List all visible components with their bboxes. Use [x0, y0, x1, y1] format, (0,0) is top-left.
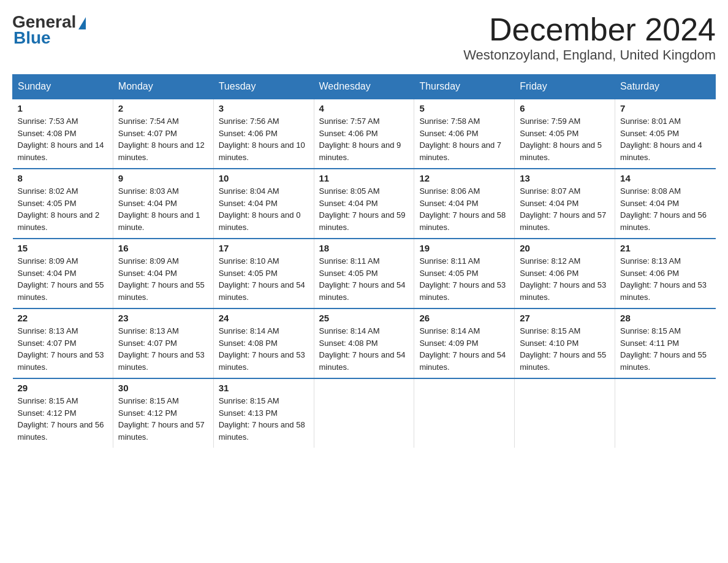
calendar-cell: 10 Sunrise: 8:04 AM Sunset: 4:04 PM Dayl… [213, 169, 314, 239]
col-monday: Monday [113, 75, 213, 99]
col-thursday: Thursday [414, 75, 515, 99]
day-number: 11 [319, 173, 409, 183]
calendar-cell: 12 Sunrise: 8:06 AM Sunset: 4:04 PM Dayl… [414, 169, 515, 239]
calendar-cell: 15 Sunrise: 8:09 AM Sunset: 4:04 PM Dayl… [13, 239, 113, 308]
day-number: 16 [118, 243, 208, 253]
day-number: 24 [219, 313, 309, 323]
day-number: 23 [118, 313, 208, 323]
calendar-week-row-3: 15 Sunrise: 8:09 AM Sunset: 4:04 PM Dayl… [13, 239, 716, 308]
day-info: Sunrise: 8:09 AM Sunset: 4:04 PM Dayligh… [18, 255, 108, 303]
page-header: General Blue December 2024 Westonzoyland… [12, 12, 716, 63]
calendar-cell: 14 Sunrise: 8:08 AM Sunset: 4:04 PM Dayl… [615, 169, 716, 239]
col-saturday: Saturday [615, 75, 716, 99]
calendar-week-row-4: 22 Sunrise: 8:13 AM Sunset: 4:07 PM Dayl… [13, 308, 716, 378]
day-number: 19 [419, 243, 509, 253]
day-info: Sunrise: 8:09 AM Sunset: 4:04 PM Dayligh… [118, 255, 208, 303]
day-number: 3 [219, 103, 309, 113]
calendar-cell: 9 Sunrise: 8:03 AM Sunset: 4:04 PM Dayli… [113, 169, 213, 239]
day-info: Sunrise: 8:15 AM Sunset: 4:10 PM Dayligh… [520, 325, 610, 373]
day-info: Sunrise: 8:04 AM Sunset: 4:04 PM Dayligh… [219, 185, 309, 233]
day-number: 31 [219, 383, 309, 393]
day-number: 6 [520, 103, 610, 113]
calendar-cell: 16 Sunrise: 8:09 AM Sunset: 4:04 PM Dayl… [113, 239, 213, 308]
calendar-cell: 30 Sunrise: 8:15 AM Sunset: 4:12 PM Dayl… [113, 378, 213, 448]
day-info: Sunrise: 7:58 AM Sunset: 4:06 PM Dayligh… [419, 115, 509, 163]
calendar-cell: 22 Sunrise: 8:13 AM Sunset: 4:07 PM Dayl… [13, 308, 113, 378]
calendar-cell: 7 Sunrise: 8:01 AM Sunset: 4:05 PM Dayli… [615, 99, 716, 169]
day-info: Sunrise: 7:57 AM Sunset: 4:06 PM Dayligh… [319, 115, 409, 163]
day-number: 29 [18, 383, 108, 393]
day-number: 17 [219, 243, 309, 253]
day-info: Sunrise: 8:11 AM Sunset: 4:05 PM Dayligh… [319, 255, 409, 303]
day-info: Sunrise: 8:14 AM Sunset: 4:08 PM Dayligh… [319, 325, 409, 373]
day-number: 18 [319, 243, 409, 253]
day-info: Sunrise: 8:15 AM Sunset: 4:12 PM Dayligh… [18, 395, 108, 443]
day-info: Sunrise: 8:13 AM Sunset: 4:07 PM Dayligh… [18, 325, 108, 373]
day-info: Sunrise: 8:14 AM Sunset: 4:08 PM Dayligh… [219, 325, 309, 373]
calendar-cell: 3 Sunrise: 7:56 AM Sunset: 4:06 PM Dayli… [213, 99, 314, 169]
day-info: Sunrise: 7:56 AM Sunset: 4:06 PM Dayligh… [219, 115, 309, 163]
day-info: Sunrise: 8:08 AM Sunset: 4:04 PM Dayligh… [620, 185, 710, 233]
col-wednesday: Wednesday [314, 75, 414, 99]
logo-blue-text: Blue [13, 28, 51, 48]
calendar-header-row: Sunday Monday Tuesday Wednesday Thursday… [13, 75, 716, 99]
day-info: Sunrise: 8:03 AM Sunset: 4:04 PM Dayligh… [118, 185, 208, 233]
calendar-cell: 11 Sunrise: 8:05 AM Sunset: 4:04 PM Dayl… [314, 169, 414, 239]
calendar-cell: 31 Sunrise: 8:15 AM Sunset: 4:13 PM Dayl… [213, 378, 314, 448]
calendar-cell [414, 378, 515, 448]
calendar-cell: 8 Sunrise: 8:02 AM Sunset: 4:05 PM Dayli… [13, 169, 113, 239]
day-number: 1 [18, 103, 108, 113]
col-tuesday: Tuesday [213, 75, 314, 99]
calendar-cell: 13 Sunrise: 8:07 AM Sunset: 4:04 PM Dayl… [515, 169, 615, 239]
calendar-cell [615, 378, 716, 448]
calendar-cell: 29 Sunrise: 8:15 AM Sunset: 4:12 PM Dayl… [13, 378, 113, 448]
calendar-cell: 17 Sunrise: 8:10 AM Sunset: 4:05 PM Dayl… [213, 239, 314, 308]
day-number: 22 [18, 313, 108, 323]
day-info: Sunrise: 8:15 AM Sunset: 4:12 PM Dayligh… [118, 395, 208, 443]
day-info: Sunrise: 8:10 AM Sunset: 4:05 PM Dayligh… [219, 255, 309, 303]
day-number: 28 [620, 313, 710, 323]
day-number: 12 [419, 173, 509, 183]
day-number: 14 [620, 173, 710, 183]
day-number: 8 [18, 173, 108, 183]
day-number: 9 [118, 173, 208, 183]
day-info: Sunrise: 8:01 AM Sunset: 4:05 PM Dayligh… [620, 115, 710, 163]
calendar-cell: 1 Sunrise: 7:53 AM Sunset: 4:08 PM Dayli… [13, 99, 113, 169]
calendar-cell: 26 Sunrise: 8:14 AM Sunset: 4:09 PM Dayl… [414, 308, 515, 378]
calendar-cell: 5 Sunrise: 7:58 AM Sunset: 4:06 PM Dayli… [414, 99, 515, 169]
day-number: 25 [319, 313, 409, 323]
logo-triangle-icon [78, 17, 86, 29]
day-number: 13 [520, 173, 610, 183]
day-number: 2 [118, 103, 208, 113]
calendar-week-row-1: 1 Sunrise: 7:53 AM Sunset: 4:08 PM Dayli… [13, 99, 716, 169]
day-number: 30 [118, 383, 208, 393]
day-info: Sunrise: 8:06 AM Sunset: 4:04 PM Dayligh… [419, 185, 509, 233]
day-info: Sunrise: 8:12 AM Sunset: 4:06 PM Dayligh… [520, 255, 610, 303]
day-info: Sunrise: 8:15 AM Sunset: 4:13 PM Dayligh… [219, 395, 309, 443]
day-number: 26 [419, 313, 509, 323]
calendar-cell: 23 Sunrise: 8:13 AM Sunset: 4:07 PM Dayl… [113, 308, 213, 378]
calendar-cell: 18 Sunrise: 8:11 AM Sunset: 4:05 PM Dayl… [314, 239, 414, 308]
day-number: 27 [520, 313, 610, 323]
calendar-cell: 6 Sunrise: 7:59 AM Sunset: 4:05 PM Dayli… [515, 99, 615, 169]
calendar-table: Sunday Monday Tuesday Wednesday Thursday… [12, 74, 716, 448]
calendar-cell: 2 Sunrise: 7:54 AM Sunset: 4:07 PM Dayli… [113, 99, 213, 169]
calendar-week-row-2: 8 Sunrise: 8:02 AM Sunset: 4:05 PM Dayli… [13, 169, 716, 239]
calendar-cell: 25 Sunrise: 8:14 AM Sunset: 4:08 PM Dayl… [314, 308, 414, 378]
day-info: Sunrise: 8:07 AM Sunset: 4:04 PM Dayligh… [520, 185, 610, 233]
day-number: 5 [419, 103, 509, 113]
col-sunday: Sunday [13, 75, 113, 99]
calendar-cell: 27 Sunrise: 8:15 AM Sunset: 4:10 PM Dayl… [515, 308, 615, 378]
day-info: Sunrise: 8:15 AM Sunset: 4:11 PM Dayligh… [620, 325, 710, 373]
day-number: 21 [620, 243, 710, 253]
day-info: Sunrise: 7:59 AM Sunset: 4:05 PM Dayligh… [520, 115, 610, 163]
day-number: 7 [620, 103, 710, 113]
day-info: Sunrise: 8:14 AM Sunset: 4:09 PM Dayligh… [419, 325, 509, 373]
day-info: Sunrise: 8:02 AM Sunset: 4:05 PM Dayligh… [18, 185, 108, 233]
calendar-cell: 4 Sunrise: 7:57 AM Sunset: 4:06 PM Dayli… [314, 99, 414, 169]
day-number: 15 [18, 243, 108, 253]
day-info: Sunrise: 8:13 AM Sunset: 4:07 PM Dayligh… [118, 325, 208, 373]
logo: General Blue [12, 12, 86, 48]
day-info: Sunrise: 8:13 AM Sunset: 4:06 PM Dayligh… [620, 255, 710, 303]
day-number: 10 [219, 173, 309, 183]
